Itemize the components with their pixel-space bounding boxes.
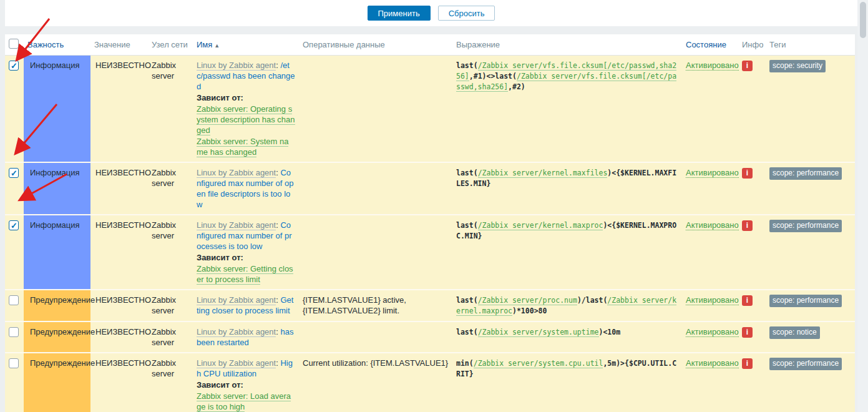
tag-badge: scope: performance <box>769 167 842 180</box>
info-cell: i <box>738 162 766 215</box>
expression-item-link[interactable]: /Zabbix server/kernel.maxproc <box>478 221 603 230</box>
host-link[interactable]: Zabbix server <box>152 327 176 347</box>
expression-text: )/last( <box>577 296 607 305</box>
tags-cell: scope: notice <box>766 321 855 353</box>
operational-data-cell: Current utilization: {ITEM.LASTVALUE1} <box>299 353 452 412</box>
info-icon[interactable]: i <box>742 327 753 338</box>
template-link[interactable]: Linux by Zabbix agent <box>197 61 276 71</box>
host-cell: Zabbix server <box>148 321 193 353</box>
expression-cell: last(/Zabbix server/kernel.maxfiles)<{$K… <box>452 162 682 215</box>
severity-cell: Предупреждение <box>24 290 90 321</box>
table-header-row: Важность Значение Узел сети Имя▲ Операти… <box>5 34 855 55</box>
host-cell: Zabbix server <box>148 215 193 290</box>
status-link[interactable]: Активировано <box>686 168 739 178</box>
header-info: Инфо <box>738 34 766 55</box>
expression-item-link[interactable]: /Zabbix server/kernel.maxfiles <box>478 169 608 178</box>
vertical-scrollbar-thumb[interactable] <box>860 2 866 38</box>
table-row: Информация НЕИЗВЕСТНО Zabbix server Linu… <box>5 162 855 215</box>
vertical-scrollbar-track[interactable] <box>857 0 868 412</box>
info-icon[interactable]: i <box>742 61 753 71</box>
row-checkbox[interactable] <box>9 220 19 230</box>
apply-button[interactable]: Применить <box>368 6 431 21</box>
depends-on-label: Зависит от: <box>197 252 295 263</box>
row-checkbox[interactable] <box>9 61 19 71</box>
zabbix-triggers-page: Применить Сбросить Важность Значение У <box>0 0 868 412</box>
header-tags: Теги <box>766 34 855 55</box>
sort-status-link[interactable]: Состояние <box>686 40 726 49</box>
row-checkbox[interactable] <box>9 168 19 178</box>
operational-data-cell <box>299 215 452 290</box>
dependency-link[interactable]: Zabbix server: System name has changed <box>197 137 288 157</box>
row-checkbox[interactable] <box>9 295 19 305</box>
host-link[interactable]: Zabbix server <box>152 168 176 188</box>
status-cell: Активировано <box>682 290 738 321</box>
info-icon[interactable]: i <box>742 295 753 306</box>
template-link[interactable]: Linux by Zabbix agent <box>197 327 276 337</box>
tags-cell: scope: performance <box>766 162 855 215</box>
status-cell: Активировано <box>682 353 738 412</box>
value-cell: НЕИЗВЕСТНО <box>90 55 148 162</box>
severity-cell: Предупреждение <box>24 353 90 412</box>
expression-text: last( <box>456 169 478 177</box>
expression-item-link[interactable]: /Zabbix server/system.cpu.util <box>474 359 603 368</box>
sort-severity-link[interactable]: Важность <box>27 40 64 49</box>
severity-cell: Информация <box>24 162 90 215</box>
expression-text: ,#2) <box>508 82 525 91</box>
select-all-checkbox[interactable] <box>9 39 19 49</box>
info-cell: i <box>738 290 766 321</box>
row-checkbox[interactable] <box>9 358 19 368</box>
filter-panel: Применить Сбросить <box>5 0 857 26</box>
status-link[interactable]: Активировано <box>686 61 739 71</box>
info-cell: i <box>738 353 766 412</box>
dependency-link[interactable]: Zabbix server: Operating system descript… <box>197 104 295 135</box>
status-link[interactable]: Активировано <box>686 220 739 230</box>
header-select-all-cell <box>5 34 24 55</box>
expression-item-link[interactable]: /Zabbix server/system.uptime <box>478 328 599 337</box>
operational-data-cell <box>299 321 452 353</box>
header-value: Значение <box>90 34 148 55</box>
header-status: Состояние <box>682 34 738 55</box>
template-link[interactable]: Linux by Zabbix agent <box>197 168 276 178</box>
severity-cell: Информация <box>24 55 90 162</box>
trigger-name-cell: Linux by Zabbix agent: High CPU utilizat… <box>193 353 299 412</box>
row-select-cell <box>5 290 24 321</box>
info-icon[interactable]: i <box>742 168 753 179</box>
template-link[interactable]: Linux by Zabbix agent <box>197 358 276 368</box>
expression-text: )*100>80 <box>512 307 547 315</box>
host-link[interactable]: Zabbix server <box>152 220 176 240</box>
row-select-cell <box>5 215 24 290</box>
expression-text: )<10m <box>599 328 621 336</box>
status-cell: Активировано <box>682 55 738 162</box>
host-link[interactable]: Zabbix server <box>152 358 176 378</box>
row-select-cell <box>5 353 24 412</box>
dependency-link[interactable]: Zabbix server: Load average is too high <box>197 391 291 412</box>
status-cell: Активировано <box>682 321 738 353</box>
expression-text: last( <box>456 328 478 336</box>
info-icon[interactable]: i <box>742 220 753 231</box>
status-cell: Активировано <box>682 215 738 290</box>
operational-data-cell <box>299 162 452 215</box>
dependency-link[interactable]: Zabbix server: Getting closer to process… <box>197 264 293 285</box>
host-cell: Zabbix server <box>148 55 193 162</box>
status-link[interactable]: Активировано <box>686 327 739 337</box>
status-link[interactable]: Активировано <box>686 295 739 305</box>
sort-name-link[interactable]: Имя <box>197 40 212 49</box>
expression-item-link[interactable]: /Zabbix server/proc.num <box>478 296 577 305</box>
expression-text: last( <box>456 296 478 305</box>
row-checkbox[interactable] <box>9 327 19 337</box>
triggers-table-wrap: Важность Значение Узел сети Имя▲ Операти… <box>5 34 857 412</box>
row-select-cell <box>5 162 24 215</box>
host-link[interactable]: Zabbix server <box>152 61 176 81</box>
info-cell: i <box>738 55 766 162</box>
host-link[interactable]: Zabbix server <box>152 295 176 315</box>
tag-badge: scope: performance <box>769 358 842 370</box>
status-link[interactable]: Активировано <box>686 358 739 368</box>
header-severity: Важность <box>24 34 90 55</box>
trigger-name-cell: Linux by Zabbix agent: Configured max nu… <box>193 162 299 215</box>
template-link[interactable]: Linux by Zabbix agent <box>197 295 276 305</box>
info-icon[interactable]: i <box>742 358 753 369</box>
template-link[interactable]: Linux by Zabbix agent <box>197 220 276 230</box>
header-host: Узел сети <box>148 34 193 55</box>
reset-button[interactable]: Сбросить <box>438 6 495 21</box>
tag-badge: scope: notice <box>769 326 820 339</box>
